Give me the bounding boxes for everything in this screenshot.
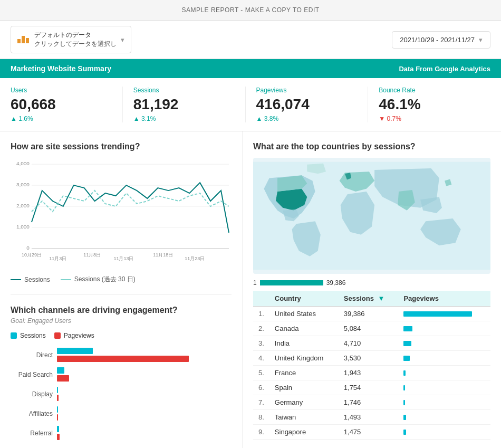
- metric-label-3: Bounce Rate: [379, 87, 480, 94]
- metric-change-0: 1.6%: [11, 115, 112, 122]
- pageviews-bar-0: [57, 356, 189, 362]
- channels-title: Which channels are driving engagement?: [11, 306, 232, 315]
- td-rank-3: 4.: [253, 351, 269, 366]
- pageviews-bar-1: [57, 375, 69, 382]
- td-pageviews-7: [398, 410, 490, 425]
- sessions-bar-2: [57, 387, 58, 393]
- table-row: 5. France 1,943: [253, 366, 490, 380]
- channel-row-4: Referral: [11, 426, 232, 440]
- sort-arrow-icon: ▼: [378, 294, 385, 302]
- metric-value-3: 46.1%: [379, 96, 480, 113]
- td-pageviews-5: [398, 380, 490, 395]
- pageviews-legend-label: Pageviews: [64, 332, 94, 339]
- channel-bars-4: [57, 426, 232, 440]
- table-row: 7. Germany 1,746: [253, 395, 490, 410]
- channel-label-0: Direct: [11, 351, 53, 359]
- legend-line-dashed: [61, 279, 71, 280]
- svg-text:1,000: 1,000: [16, 224, 30, 230]
- metric-sessions: Sessions 81,192 3.1%: [133, 87, 246, 122]
- svg-text:10月29日: 10月29日: [22, 252, 42, 258]
- sessions-color-dot: [11, 332, 17, 339]
- table-row: 6. Spain 1,754: [253, 380, 490, 395]
- metric-value-2: 416,074: [256, 96, 358, 113]
- metric-label-0: Users: [11, 87, 112, 94]
- pageviews-mini-bar-1: [403, 326, 412, 331]
- channel-label-2: Display: [11, 390, 53, 398]
- date-range-label: 2021/10/29 - 2021/11/27: [400, 36, 475, 44]
- sessions-trend-section: How are site sessions trending? 4,000 3,…: [11, 142, 232, 284]
- svg-text:0: 0: [26, 245, 30, 251]
- data-selector-button[interactable]: デフォルトのデータ クリックしてデータを選択し ▾: [11, 26, 131, 53]
- metrics-row: Users 60,668 1.6% Sessions 81,192 3.1% P…: [0, 78, 501, 131]
- metric-label-2: Pageviews: [256, 87, 358, 94]
- td-rank-5: 6.: [253, 380, 269, 395]
- country-table: Country Sessions ▼ Pageviews 1. United S…: [253, 291, 490, 440]
- td-rank-2: 3.: [253, 336, 269, 351]
- td-sessions-3: 3,530: [339, 351, 399, 366]
- metric-value-1: 81,192: [133, 96, 235, 113]
- table-row: 8. Taiwan 1,493: [253, 410, 490, 425]
- header-banner: Marketing Website Summary Data From Goog…: [0, 59, 501, 78]
- svg-text:4,000: 4,000: [16, 160, 30, 166]
- date-range-selector[interactable]: 2021/10/29 - 2021/11/27 ▾: [392, 31, 490, 49]
- td-country-5: Spain: [269, 380, 339, 395]
- td-rank-4: 5.: [253, 366, 269, 380]
- world-map: [253, 158, 490, 274]
- pageviews-mini-bar-6: [403, 400, 405, 405]
- legend-sessions-bar: Sessions: [11, 332, 46, 339]
- map-legend-value: 39,386: [326, 279, 346, 287]
- pageviews-mini-bar-8: [403, 430, 406, 435]
- date-chevron-icon: ▾: [479, 36, 483, 44]
- metric-bounce-rate: Bounce Rate 46.1% 0.7%: [379, 87, 490, 122]
- legend-sessions: Sessions: [11, 276, 50, 283]
- channel-label-3: Affiliates: [11, 410, 53, 417]
- sessions-chart-svg: 4,000 3,000 2,000 1,000 0: [11, 154, 232, 270]
- td-rank-1: 2.: [253, 321, 269, 336]
- td-pageviews-3: [398, 351, 490, 366]
- metric-change-2: 3.8%: [256, 115, 358, 122]
- td-country-6: Germany: [269, 395, 339, 410]
- world-map-svg: [253, 158, 490, 274]
- td-rank-7: 8.: [253, 410, 269, 425]
- td-country-7: Taiwan: [269, 410, 339, 425]
- data-selector-chevron: ▾: [121, 36, 124, 44]
- legend-pageviews-bar: Pageviews: [54, 332, 94, 339]
- main-content: How are site sessions trending? 4,000 3,…: [0, 131, 501, 448]
- pageviews-mini-bar-5: [403, 385, 405, 390]
- pageviews-mini-bar-0: [403, 311, 472, 317]
- channel-row-0: Direct: [11, 348, 232, 362]
- td-sessions-1: 5,084: [339, 321, 399, 336]
- metric-pageviews: Pageviews 416,074 3.8%: [256, 87, 369, 122]
- td-rank-0: 1.: [253, 307, 269, 321]
- channels-section: Which channels are driving engagement? G…: [11, 306, 232, 440]
- left-panel: How are site sessions trending? 4,000 3,…: [0, 131, 243, 448]
- svg-text:11月23日: 11月23日: [185, 256, 205, 261]
- sessions-bar-3: [57, 406, 58, 413]
- pageviews-mini-bar-3: [403, 356, 410, 361]
- channel-bars-2: [57, 387, 232, 401]
- td-sessions-8: 1,475: [339, 425, 399, 440]
- top-bar-label: SAMPLE REPORT - MAKE A COPY TO EDIT: [181, 6, 319, 14]
- th-pageviews: Pageviews: [398, 291, 490, 307]
- svg-text:11月8日: 11月8日: [83, 252, 101, 258]
- divider: [11, 294, 232, 295]
- channel-label-1: Paid Search: [11, 371, 53, 378]
- metric-users: Users 60,668 1.6%: [11, 87, 123, 122]
- table-row: 1. United States 39,386: [253, 307, 490, 321]
- td-pageviews-2: [398, 336, 490, 351]
- th-sessions[interactable]: Sessions ▼: [339, 291, 399, 307]
- td-sessions-6: 1,746: [339, 395, 399, 410]
- td-country-0: United States: [269, 307, 339, 321]
- svg-text:2,000: 2,000: [16, 203, 30, 208]
- svg-text:3,000: 3,000: [16, 182, 30, 187]
- toolbar: デフォルトのデータ クリックしてデータを選択し ▾ 2021/10/29 - 2…: [0, 21, 501, 59]
- data-source-label: Data From Google Analytics: [399, 65, 490, 73]
- td-pageviews-1: [398, 321, 490, 336]
- chart-legend: Sessions Sessions (過去 30 日): [11, 275, 232, 284]
- table-header-row: Country Sessions ▼ Pageviews: [253, 291, 490, 307]
- top-bar: SAMPLE REPORT - MAKE A COPY TO EDIT: [0, 0, 501, 21]
- sessions-bar-4: [57, 426, 59, 432]
- svg-text:11月18日: 11月18日: [153, 252, 173, 258]
- pageviews-mini-bar-4: [403, 370, 406, 376]
- metric-label-1: Sessions: [133, 87, 235, 94]
